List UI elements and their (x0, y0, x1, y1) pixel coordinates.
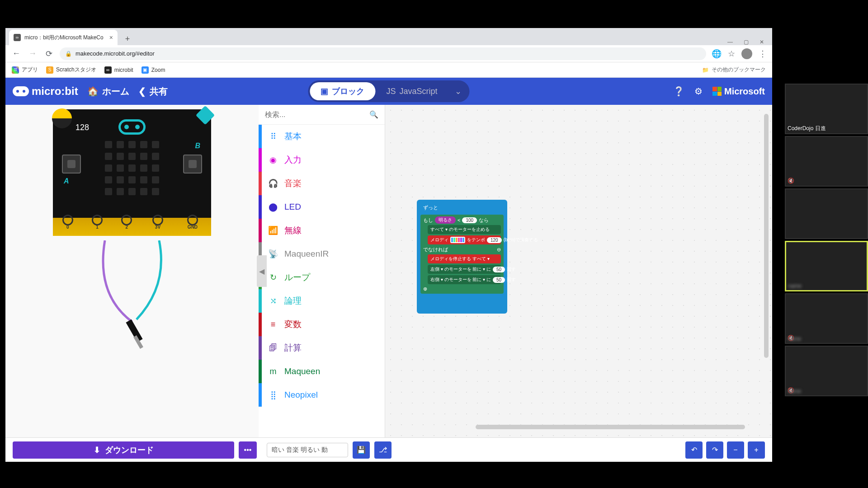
other-bookmarks[interactable]: 📁 その他のブックマーク (702, 66, 766, 74)
search-box[interactable]: 🔍 (259, 105, 385, 125)
category-MaqueenIR[interactable]: 📡MaqueenIR (259, 242, 385, 266)
close-icon[interactable]: × (109, 34, 113, 41)
headphone-cable (87, 240, 177, 358)
stop-melody-block[interactable]: メロディを停止する すべて ▾ (428, 254, 501, 263)
zoom-out-button[interactable]: − (727, 441, 744, 459)
zoom-tile-self[interactable]: name (785, 241, 868, 291)
blocks-workspace[interactable]: ずっと もし 明るさ < 100 なら すべて ▾ のモーターを止める (385, 105, 772, 437)
light-sensor-block[interactable]: 明るさ (435, 216, 456, 224)
category-ループ[interactable]: ↻ループ (259, 266, 385, 289)
forever-block[interactable]: ずっと もし 明るさ < 100 なら すべて ▾ のモーターを止める (417, 200, 507, 314)
download-button[interactable]: ⬇ ダウンロード (13, 441, 234, 459)
url-text: makecode.microbit.org/#editor (75, 50, 155, 57)
threshold-value[interactable]: 100 (462, 217, 477, 223)
editor-app: micro:bit 🏠 ホーム ❮ 共有 ▣ ブロック JS JavaScrip… (5, 78, 772, 462)
category-icon: m (268, 367, 278, 376)
project-name-field[interactable]: 暗い 音楽 明るい 動 (267, 443, 348, 457)
save-button[interactable]: 💾 (353, 441, 370, 459)
menu-icon[interactable]: ⋮ (759, 49, 767, 59)
category-label: Neopixel (284, 390, 318, 400)
category-計算[interactable]: 🗐計算 (259, 336, 385, 360)
play-melody-block[interactable]: メロディ をテンポ 120 (bpm)で演奏する (428, 235, 501, 244)
toolbox: 🔍 ⠿基本◉入力🎧音楽⬤LED📶無線📡MaqueenIR↻ループ⤭論理≡変数🗐計… (259, 105, 385, 437)
star-icon[interactable]: ☆ (728, 49, 735, 59)
bookmark-microbit[interactable]: ∞microbit (104, 66, 133, 74)
if-block[interactable]: もし 明るさ < 100 なら すべて ▾ のモーターを止める メロディ (420, 215, 504, 294)
blocks-tab[interactable]: ▣ ブロック (310, 82, 375, 100)
collapse-else-icon[interactable]: ⊖ (497, 247, 501, 253)
motor-right-block[interactable]: 右側 ▾ のモーターを 前に ▾ に 50 回す (428, 275, 501, 284)
speed-right[interactable]: 50 (493, 277, 505, 283)
category-label: 入力 (284, 154, 302, 166)
home-button[interactable]: 🏠 ホーム (87, 85, 129, 98)
category-label: 変数 (284, 319, 302, 330)
microsoft-logo[interactable]: Microsoft (712, 86, 765, 97)
category-icon: ↻ (268, 272, 278, 282)
category-音楽[interactable]: 🎧音楽 (259, 172, 385, 195)
settings-icon[interactable]: ⚙ (694, 86, 703, 97)
category-LED[interactable]: ⬤LED (259, 195, 385, 219)
button-a[interactable] (62, 155, 81, 174)
mute-icon: 🔇 (788, 178, 794, 184)
translate-icon[interactable]: 🌐 (712, 49, 722, 59)
category-label: 計算 (284, 342, 302, 354)
share-button[interactable]: ❮ 共有 (138, 85, 168, 98)
download-more-button[interactable]: ••• (239, 441, 257, 459)
minimize-button[interactable]: — (727, 39, 733, 45)
undo-button[interactable]: ↶ (685, 441, 703, 459)
bookmark-scratch[interactable]: SScratchスタジオ (46, 66, 96, 74)
editor-body: 128 A B 0 1 2 (5, 105, 772, 437)
reload-button[interactable]: ⟳ (43, 48, 54, 59)
url-field[interactable]: 🔒 makecode.microbit.org/#editor (60, 47, 706, 60)
new-tab-button[interactable]: + (121, 33, 134, 45)
zoom-tile-6[interactable]: 🔇name (785, 346, 868, 396)
zoom-in-button[interactable]: + (748, 441, 765, 459)
code-blocks[interactable]: ずっと もし 明るさ < 100 なら すべて ▾ のモーターを止める (417, 200, 507, 314)
add-else-icon[interactable]: ⊕ (423, 286, 501, 292)
button-b[interactable] (183, 155, 202, 174)
bookmark-zoom[interactable]: ▣Zoom (142, 66, 165, 74)
back-button[interactable]: ← (11, 48, 22, 59)
category-無線[interactable]: 📶無線 (259, 219, 385, 242)
editor-header: micro:bit 🏠 ホーム ❮ 共有 ▣ ブロック JS JavaScrip… (5, 78, 772, 105)
zoom-tile-1[interactable]: CoderDojo 日進 (785, 84, 868, 134)
category-論理[interactable]: ⤭論理 (259, 289, 385, 313)
workspace-hscroll[interactable] (476, 425, 745, 429)
motor-stop-block[interactable]: すべて ▾ のモーターを止める (428, 225, 501, 234)
forward-button[interactable]: → (27, 48, 38, 59)
category-icon: ◉ (268, 155, 278, 165)
browser-tab[interactable]: ∞ micro：bit用のMicrosoft MakeCo × (9, 30, 118, 45)
category-Neopixel[interactable]: ⣿Neopixel (259, 383, 385, 407)
tempo-value[interactable]: 120 (487, 237, 502, 243)
collapse-simulator-button[interactable]: ◀ (257, 255, 267, 287)
close-window-button[interactable]: ✕ (760, 39, 764, 45)
category-入力[interactable]: ◉入力 (259, 148, 385, 172)
microbit-board[interactable]: 128 A B 0 1 2 (53, 109, 211, 236)
apps-button[interactable]: ⠿アプリ (12, 66, 38, 74)
maximize-button[interactable]: ▢ (744, 39, 749, 45)
profile-avatar[interactable] (741, 48, 752, 59)
redo-button[interactable]: ↷ (706, 441, 723, 459)
category-基本[interactable]: ⠿基本 (259, 125, 385, 148)
category-icon: ⠿ (268, 131, 278, 141)
search-input[interactable] (265, 111, 369, 119)
category-icon: 📡 (268, 249, 278, 259)
category-Maqueen[interactable]: mMaqueen (259, 360, 385, 383)
help-icon[interactable]: ❔ (673, 86, 684, 97)
speed-left[interactable]: 50 (493, 267, 505, 272)
microbit-logo[interactable]: micro:bit (13, 85, 78, 98)
workspace-vscroll[interactable] (764, 114, 769, 358)
github-button[interactable]: ⎇ (374, 441, 392, 459)
tab-favicon: ∞ (14, 34, 21, 41)
category-label: 音楽 (284, 178, 302, 189)
zoom-tile-5[interactable]: 🔇name (785, 293, 868, 344)
category-変数[interactable]: ≡変数 (259, 313, 385, 336)
zoom-tile-2[interactable]: 🔇 (785, 136, 868, 187)
label-a: A (64, 177, 69, 185)
language-dropdown[interactable]: ⌄ (448, 82, 468, 100)
antenna-icon (196, 106, 215, 125)
javascript-tab[interactable]: JS JavaScript (375, 82, 448, 100)
motor-left-block[interactable]: 左側 ▾ のモーターを 前に ▾ に 50 回す (428, 265, 501, 274)
zoom-tile-3[interactable] (785, 188, 868, 239)
category-label: 基本 (284, 131, 302, 142)
